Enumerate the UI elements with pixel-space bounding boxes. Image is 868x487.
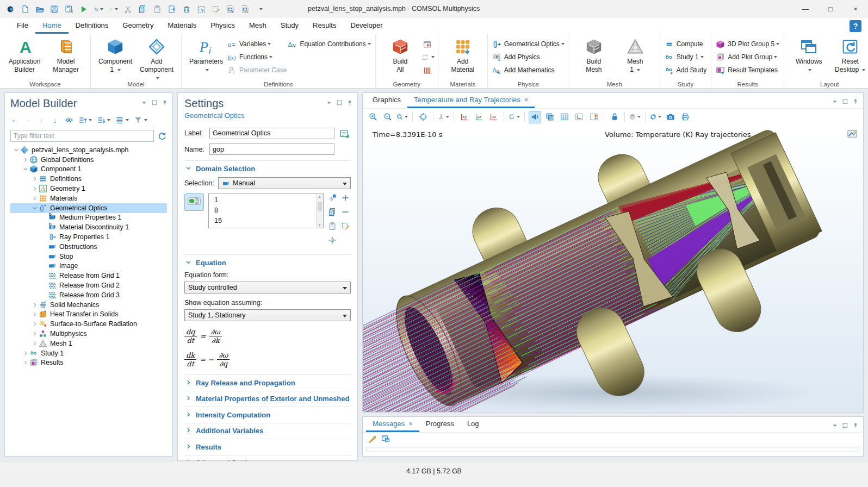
ribbon-button-application-builder[interactable]: AApplicationBuilder (4, 37, 45, 74)
grid-icon[interactable] (559, 111, 570, 123)
tree-item-image[interactable]: Image (10, 261, 167, 271)
clear-selection-icon[interactable] (211, 4, 221, 14)
ribbon-item-add-mathematics[interactable]: ΔuAdd Mathematics (492, 65, 565, 76)
ribbon-item-add-physics[interactable]: Add Physics (492, 52, 565, 63)
menu-tab-geometry[interactable]: Geometry (115, 18, 160, 34)
graphics-tab-temperature-and-ray-trajectories[interactable]: Temperature and Ray Trajectories× (407, 93, 535, 108)
view-xy-icon[interactable]: xy (458, 111, 470, 123)
panel-menu-icon[interactable] (141, 98, 147, 108)
tree-item-definitions[interactable]: Definitions (10, 174, 167, 184)
tree-item-obstructions[interactable]: Obstructions (10, 242, 167, 252)
nav-forward-icon[interactable]: → (24, 116, 33, 124)
section-header-material-properties-of-exterior-and-unmeshed-domains[interactable]: Material Properties of Exterior and Unme… (184, 391, 351, 407)
virtual-operations-icon[interactable] (421, 65, 433, 76)
name-field[interactable] (209, 143, 334, 155)
help-button[interactable]: ? (850, 20, 861, 32)
tree-expander[interactable] (31, 196, 39, 201)
ribbon-item-geometrical-optics[interactable]: Geometrical Optics (492, 39, 565, 49)
tree-expander[interactable] (31, 341, 39, 346)
ribbon-button-add-component[interactable]: AddComponent (137, 37, 177, 82)
menu-tab-file[interactable]: File (10, 18, 35, 34)
zoom-to-selection-icon[interactable] (328, 236, 337, 247)
ribbon-button-add-material[interactable]: AddMaterial (443, 37, 483, 74)
undo-icon[interactable] (94, 4, 103, 14)
tree-expander[interactable] (31, 302, 39, 308)
ribbon-item-compute[interactable]: Compute (665, 39, 706, 49)
tree-item-petzval-lens-stop-analysis-mph[interactable]: petzval_lens_stop_analysis.mph (10, 145, 167, 155)
selection-entity[interactable]: 8 (214, 205, 316, 216)
move-up-icon[interactable]: ↑ (38, 116, 46, 124)
ribbon-item-functions[interactable]: f(x)Functions (227, 52, 287, 63)
save-icon[interactable] (49, 4, 59, 14)
lock-icon[interactable] (609, 111, 620, 123)
camera-icon[interactable] (665, 111, 676, 123)
insert-sequence-icon[interactable] (421, 39, 433, 49)
selection-entity[interactable]: 15 (214, 216, 316, 226)
tree-expander[interactable] (22, 157, 29, 163)
columns-icon[interactable] (115, 116, 129, 124)
zoom-box-icon[interactable] (396, 111, 408, 123)
ribbon-button-build-mesh[interactable]: BuildMesh (574, 37, 614, 74)
panel-pin-icon[interactable] (852, 97, 859, 107)
tree-item-materials[interactable]: Materials (10, 193, 167, 203)
selection-dropdown[interactable]: Manual (218, 177, 351, 189)
print-icon[interactable] (679, 111, 691, 123)
panel-menu-icon[interactable] (832, 421, 838, 431)
copy-icon[interactable] (138, 4, 147, 14)
search-icon[interactable] (240, 4, 250, 14)
redo-icon[interactable] (108, 4, 118, 14)
equation-header[interactable]: Equation (184, 255, 351, 270)
add-to-selection-icon[interactable] (341, 193, 350, 204)
menu-tab-materials[interactable]: Materials (160, 18, 203, 34)
cut-icon[interactable] (123, 4, 133, 14)
goto-view-icon[interactable] (438, 111, 449, 123)
update-pinwheel-icon[interactable] (650, 111, 661, 123)
selection-entity-list[interactable]: 1815 ▲▼ (208, 193, 324, 228)
tree-item-study-1[interactable]: Study 1 (10, 348, 167, 358)
messages-tab-messages[interactable]: Messages× (366, 417, 419, 432)
panel-menu-icon[interactable] (832, 97, 838, 107)
plot-thumbnail-icon[interactable] (847, 128, 858, 139)
duplicate-icon[interactable] (167, 4, 177, 14)
tree-item-component-1[interactable]: Component 1 (10, 165, 167, 174)
paste-selection-icon[interactable] (328, 222, 337, 233)
show-equation-dropdown[interactable]: Study 1, Stationary (184, 309, 351, 321)
tree-expander[interactable] (22, 166, 29, 172)
menu-tab-results[interactable]: Results (306, 18, 343, 34)
tree-item-material-discontinuity-1[interactable]: DMaterial Discontinuity 1 (10, 222, 167, 232)
section-header-additional-variables[interactable]: Additional Variables (184, 423, 351, 439)
ribbon-button-windows[interactable]: Windows (789, 37, 829, 74)
appearance-icon[interactable] (629, 111, 641, 123)
ribbon-item-study-1[interactable]: Study 1 (665, 52, 706, 63)
ribbon-button-model-manager[interactable]: ModelManager (46, 37, 86, 74)
menu-tab-physics[interactable]: Physics (203, 18, 242, 34)
tree-expander[interactable] (31, 331, 39, 336)
rotate-icon[interactable] (509, 111, 520, 123)
label-field[interactable] (209, 128, 334, 139)
delete-icon[interactable] (182, 4, 191, 14)
scrollbar[interactable]: ▲▼ (316, 194, 323, 228)
show-icon[interactable] (65, 116, 73, 124)
paste-icon[interactable] (152, 4, 162, 14)
tree-item-global-definitions[interactable]: Global Definitions (10, 155, 167, 165)
tree-expander[interactable] (31, 205, 39, 211)
messages-tab-progress[interactable]: Progress (419, 417, 461, 432)
find-icon[interactable] (226, 4, 235, 14)
zoom-out-icon[interactable] (382, 111, 393, 123)
copy-selection-icon[interactable] (328, 208, 337, 218)
clear-selection-icon[interactable] (341, 222, 350, 233)
new-file-icon[interactable] (20, 4, 30, 14)
panel-float-icon[interactable] (842, 421, 848, 431)
customize-icon[interactable] (255, 4, 265, 14)
tree-item-mesh-1[interactable]: Mesh 1 (10, 339, 167, 348)
tree-expander[interactable] (31, 186, 39, 191)
run-icon[interactable] (79, 4, 89, 14)
panel-float-icon[interactable] (336, 98, 343, 108)
tree-item-heat-transfer-in-solids[interactable]: *Heat Transfer in Solids (10, 310, 167, 320)
copy-mail-icon[interactable] (381, 434, 390, 445)
panel-float-icon[interactable] (842, 97, 848, 107)
section-header-results[interactable]: Results (184, 439, 351, 455)
menu-tab-developer[interactable]: Developer (343, 18, 389, 34)
ribbon-button-mesh-1[interactable]: Mesh1 (615, 37, 655, 74)
colorbar-icon[interactable] (588, 111, 599, 123)
